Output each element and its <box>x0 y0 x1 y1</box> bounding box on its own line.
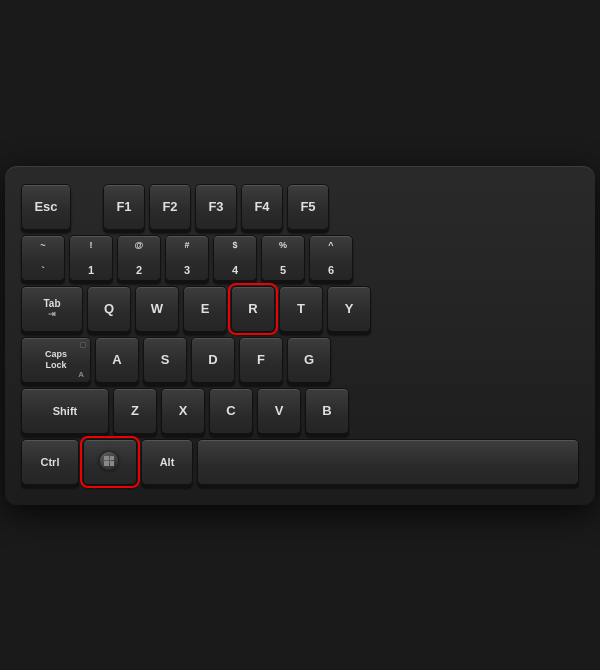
key-b[interactable]: B <box>305 388 349 434</box>
key-f2-main[interactable]: F <box>239 337 283 383</box>
key-g[interactable]: G <box>287 337 331 383</box>
key-space[interactable] <box>197 439 579 485</box>
key-f4[interactable]: F4 <box>241 184 283 230</box>
f3-label: F3 <box>208 200 223 213</box>
key-d[interactable]: D <box>191 337 235 383</box>
key-f5[interactable]: F5 <box>287 184 329 230</box>
keyboard-rows: Esc F1 F2 F3 F4 F5 ~` ! <box>21 184 579 485</box>
key-shift-left[interactable]: Shift <box>21 388 109 434</box>
key-y[interactable]: Y <box>327 286 371 332</box>
esc-label: Esc <box>34 200 57 213</box>
key-tab[interactable]: Tab ⇥ <box>21 286 83 332</box>
key-2[interactable]: @2 <box>117 235 161 281</box>
key-3[interactable]: #3 <box>165 235 209 281</box>
number-row: ~` !1 @2 #3 $4 %5 ^6 <box>21 235 579 281</box>
f2-label: F2 <box>162 200 177 213</box>
key-c[interactable]: C <box>209 388 253 434</box>
key-f1[interactable]: F1 <box>103 184 145 230</box>
bottom-row: Ctrl Alt <box>21 439 579 485</box>
key-ctrl-left[interactable]: Ctrl <box>21 439 79 485</box>
zxcv-row: Shift Z X C V B <box>21 388 579 434</box>
key-r[interactable]: R <box>231 286 275 332</box>
key-f3[interactable]: F3 <box>195 184 237 230</box>
key-windows[interactable] <box>83 439 137 485</box>
key-t[interactable]: T <box>279 286 323 332</box>
key-w[interactable]: W <box>135 286 179 332</box>
fn-row: Esc F1 F2 F3 F4 F5 <box>21 184 579 230</box>
key-1[interactable]: !1 <box>69 235 113 281</box>
caps-indicator <box>80 342 86 348</box>
key-a[interactable]: A <box>95 337 139 383</box>
key-backtick[interactable]: ~` <box>21 235 65 281</box>
f5-label: F5 <box>300 200 315 213</box>
key-6[interactable]: ^6 <box>309 235 353 281</box>
key-esc[interactable]: Esc <box>21 184 71 230</box>
key-q[interactable]: Q <box>87 286 131 332</box>
key-x[interactable]: X <box>161 388 205 434</box>
f1-label: F1 <box>116 200 131 213</box>
key-alt-left[interactable]: Alt <box>141 439 193 485</box>
key-5[interactable]: %5 <box>261 235 305 281</box>
key-e[interactable]: E <box>183 286 227 332</box>
keyboard: Esc F1 F2 F3 F4 F5 ~` ! <box>5 166 595 505</box>
key-f2[interactable]: F2 <box>149 184 191 230</box>
key-v[interactable]: V <box>257 388 301 434</box>
windows-icon <box>100 452 120 472</box>
qwerty-row: Tab ⇥ Q W E R T Y <box>21 286 579 332</box>
f4-label: F4 <box>254 200 269 213</box>
key-4[interactable]: $4 <box>213 235 257 281</box>
asdf-row: CapsLock A A S D F G <box>21 337 579 383</box>
key-s[interactable]: S <box>143 337 187 383</box>
key-capslock[interactable]: CapsLock A <box>21 337 91 383</box>
key-z[interactable]: Z <box>113 388 157 434</box>
